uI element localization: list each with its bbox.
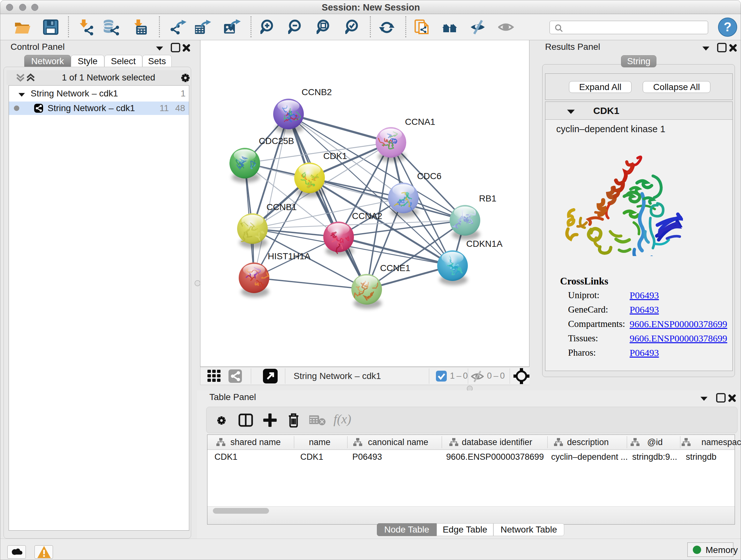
svg-text:CDC25B: CDC25B <box>259 136 294 146</box>
svg-text:CCNB1: CCNB1 <box>266 202 297 212</box>
svg-text:CDKN1A: CDKN1A <box>466 239 502 249</box>
svg-text:RB1: RB1 <box>479 193 496 203</box>
svg-text:CCNB2: CCNB2 <box>301 87 332 97</box>
svg-text:CCNE1: CCNE1 <box>380 263 410 273</box>
svg-text:HIST1H1A: HIST1H1A <box>268 251 311 261</box>
svg-text:CDC6: CDC6 <box>417 171 441 181</box>
svg-text:CCNA2: CCNA2 <box>352 211 382 221</box>
svg-text:CDK1: CDK1 <box>323 151 347 161</box>
svg-text:CCNA1: CCNA1 <box>405 117 435 127</box>
svg-text:?: ? <box>724 20 731 34</box>
